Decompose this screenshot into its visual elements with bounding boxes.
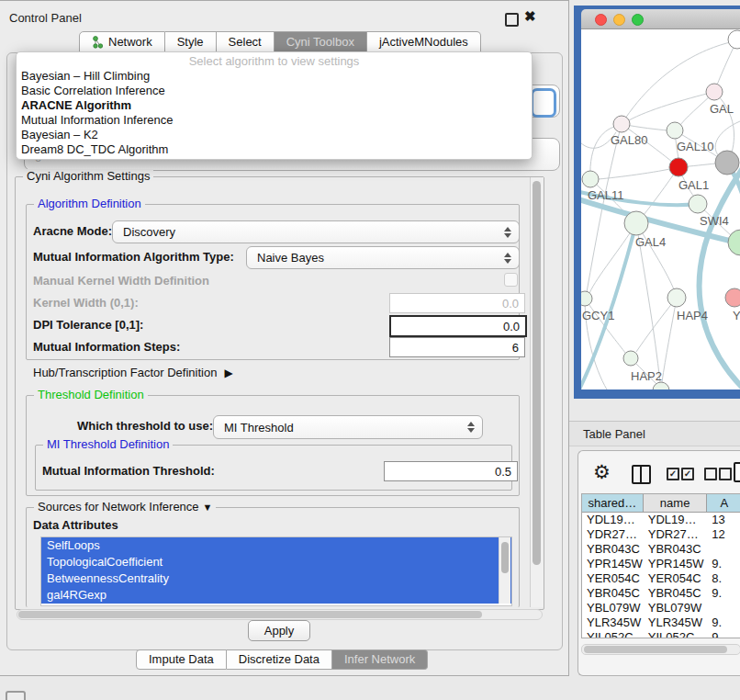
float-window-icon[interactable] [505,13,519,27]
network-node[interactable] [706,84,723,100]
column-layout-icon[interactable] [632,465,651,484]
network-node[interactable] [669,158,688,176]
column-header-partial[interactable]: A [707,494,740,513]
column-header-name[interactable]: name [644,494,708,513]
algorithm-option[interactable]: Mutual Information Inference [17,113,532,128]
combobox-focus-ring [531,88,556,118]
select-all-checkbox-icon[interactable]: ✓ [667,468,679,480]
tab-style[interactable]: Style [165,31,217,52]
threshold-definition-title: Threshold Definition [34,388,148,401]
network-window-titlebar[interactable] [581,9,740,29]
network-node[interactable] [624,211,648,235]
tab-select[interactable]: Select [217,31,275,52]
attribute-list-scroll-thumb[interactable] [501,542,509,573]
algorithm-definition-title: Algorithm Definition [34,197,145,210]
attribute-item[interactable]: SelfLoops [41,537,511,554]
settings-vscroll-thumb[interactable] [533,181,541,565]
tab-infer-network[interactable]: Infer Network [332,649,428,670]
settings-group-title: Cyni Algorithm Settings [23,169,153,183]
tab-impute-data[interactable]: Impute Data [136,649,227,670]
which-threshold-combobox[interactable]: MI Threshold [213,415,483,439]
algorithm-option[interactable]: Bayesian – Hill Climbing [17,69,532,84]
settings-vertical-scrollbar[interactable] [530,177,544,607]
settings-hscroll-thumb[interactable] [18,611,482,618]
network-node[interactable] [613,116,630,132]
select-all-checkbox-icon[interactable]: ✓ [681,468,694,480]
deselect-checkbox-icon[interactable] [704,468,717,480]
attribute-item[interactable]: TopologicalCoefficient [41,554,511,570]
collapse-arrow-icon[interactable]: ▼ [203,502,213,513]
data-attributes-list[interactable]: SelfLoopsTopologicalCoefficientBetweenne… [40,536,512,606]
dpi-tolerance-input[interactable]: 0.0 [389,315,527,337]
network-node[interactable] [689,195,707,213]
table-body: YDL19… YDL19… 13 YDR27… YDR27… 12 YBR043… [582,513,740,638]
table-row[interactable]: YLR345W YLR345W 9. [582,615,740,630]
column-header-shared-name[interactable]: shared… [582,494,644,513]
tab-network-label: Network [108,32,152,51]
aracne-mode-combobox[interactable]: Discovery [112,220,520,243]
apply-button[interactable]: Apply [248,620,310,641]
tab-cyni-toolbox[interactable]: Cyni Toolbox [275,31,367,52]
document-icon[interactable] [734,462,740,482]
network-node[interactable] [725,288,740,307]
manual-kernel-width-checkbox[interactable] [504,273,518,287]
algorithm-option[interactable]: Basic Correlation Inference [17,84,532,98]
manual-kernel-width-label: Manual Kernel Width Definition [33,274,209,288]
hub-factor-expander[interactable]: Hub/Transcription Factor Definition▶ [33,366,233,379]
gear-icon[interactable]: ⚙ [593,462,611,481]
table-row[interactable]: YDR27… YDR27… 12 [582,527,740,542]
table-row[interactable]: YIL052C YIL052C 9 [582,630,740,638]
tab-discretize-data[interactable]: Discretize Data [227,649,332,670]
table-row[interactable]: YPR145W YPR145W 9. [582,557,740,571]
which-threshold-value: MI Threshold [224,416,294,438]
table-row[interactable]: YER054C YER054C 8. [582,571,740,586]
attribute-item[interactable]: gal4RGexp [41,587,511,604]
table-hscroll-thumb[interactable] [584,646,727,653]
kernel-width-label: Kernel Width (0,1): [33,296,139,310]
table-row[interactable]: YDL19… YDL19… 13 [582,513,740,527]
mi-threshold-input[interactable]: 0.5 [384,461,518,481]
attribute-list-scrollbar[interactable] [499,537,510,604]
algorithm-option[interactable]: Bayesian – K2 [17,128,532,142]
network-graph[interactable]: GALGAL80GAL10GAL1GAL11SWI4GAL4GCY1HAP4YH… [581,29,740,390]
minimize-traffic-light-icon[interactable] [613,14,625,26]
algorithm-option[interactable]: Dream8 DC_TDC Algorithm [17,142,532,157]
mi-steps-input[interactable]: 6 [389,337,525,357]
zoom-traffic-light-icon[interactable] [632,14,644,26]
network-node-label: HAP2 [631,369,662,383]
table-row[interactable]: YBR045C YBR045C 9. [582,586,740,601]
partial-bottom-icon[interactable] [6,691,26,700]
network-view-window: GALGAL80GAL10GAL1GAL11SWI4GAL4GCY1HAP4YH… [574,6,740,399]
combobox-stepper-icon [504,253,512,264]
network-node[interactable] [715,151,739,175]
network-icon [92,36,104,49]
network-node-label: HAP4 [677,309,708,322]
deselect-checkbox-icon[interactable] [719,468,732,480]
algorithm-option[interactable]: ARACNE Algorithm [17,98,532,113]
network-canvas[interactable]: GALGAL80GAL10GAL1GAL11SWI4GAL4GCY1HAP4YH… [581,29,740,390]
attribute-item[interactable]: BetweennessCentrality [41,570,511,587]
network-node[interactable] [582,171,599,187]
table-row[interactable]: YBR043C YBR043C [582,542,740,557]
network-node[interactable] [667,288,686,307]
mi-algorithm-type-combobox[interactable]: Naive Bayes [246,246,520,269]
table-row[interactable]: YBL079W YBL079W [582,601,740,615]
kernel-width-input[interactable]: 0.0 [389,293,525,313]
tab-jactivemnodules[interactable]: jActiveMNodules [367,31,481,52]
network-node[interactable] [667,122,683,139]
tab-network[interactable]: Network [79,31,165,52]
data-attributes-label: Data Attributes [33,518,118,532]
which-threshold-label: Which threshold to use: [77,415,213,437]
hub-factor-label: Hub/Transcription Factor Definition [33,366,217,379]
settings-horizontal-scrollbar[interactable] [17,609,543,620]
network-node[interactable] [728,230,740,255]
network-node[interactable] [728,30,740,49]
dropdown-options: Bayesian – Hill ClimbingBasic Correlatio… [17,69,532,157]
close-traffic-light-icon[interactable] [595,14,607,26]
network-node[interactable] [623,351,638,366]
combobox-stepper-icon [504,227,512,238]
network-node[interactable] [581,291,592,306]
mi-algorithm-type-label: Mutual Information Algorithm Type: [33,246,234,267]
table-horizontal-scrollbar[interactable] [581,644,740,655]
close-icon[interactable]: ✖ [524,8,536,25]
